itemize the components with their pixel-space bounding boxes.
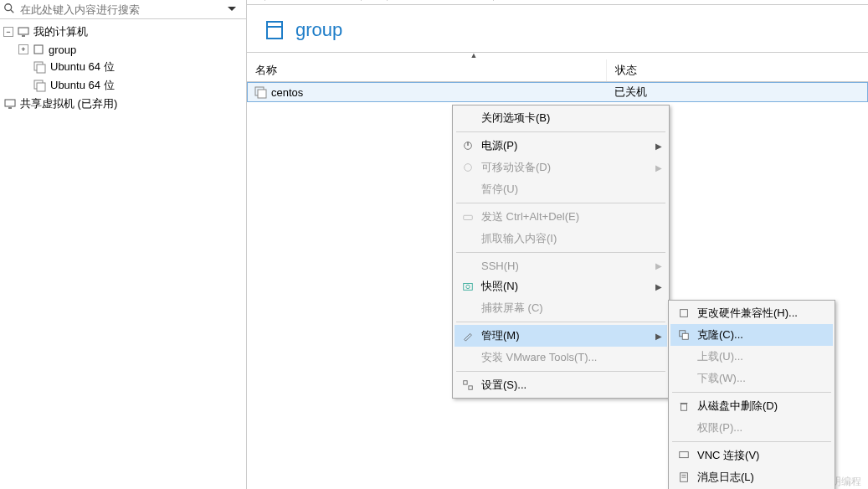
menu-separator (672, 441, 831, 442)
submenu-arrow-icon: ▶ (655, 261, 662, 270)
svg-point-25 (465, 164, 472, 172)
hardware-icon (675, 306, 692, 320)
svg-rect-6 (37, 64, 45, 73)
menu-item[interactable]: 设置(S)... (455, 374, 667, 396)
blank-icon (460, 301, 476, 315)
blank-icon (460, 183, 476, 196)
menu-label: 消息日志(L) (697, 470, 828, 485)
expand-icon[interactable]: + (18, 44, 28, 54)
svg-rect-31 (681, 310, 688, 317)
computer-icon (17, 25, 30, 39)
menu-item: 安装 VMware Tools(T)... (455, 347, 667, 368)
svg-rect-29 (464, 381, 467, 384)
svg-rect-22 (258, 90, 266, 98)
menu-label: 权限(P)... (697, 420, 828, 435)
svg-rect-4 (34, 45, 43, 54)
svg-rect-8 (37, 83, 45, 91)
svg-rect-19 (267, 22, 282, 39)
shared-icon (3, 97, 17, 111)
menu-item[interactable]: 克隆(C)... (670, 324, 833, 346)
search-icon (3, 3, 17, 16)
menu-item[interactable]: 更改硬件兼容性(H)... (670, 302, 833, 324)
menu-item: 下载(W)... (670, 368, 833, 389)
menu-label: 发送 Ctrl+Alt+Del(E) (481, 209, 662, 224)
context-menu: 关闭选项卡(B)电源(P)▶可移动设备(D)▶暂停(U)发送 Ctrl+Alt+… (452, 105, 670, 399)
collapse-icon[interactable]: − (3, 27, 13, 37)
blank-icon (460, 111, 476, 125)
tab-我的计算机[interactable]: 我的计算机✕ (265, 0, 362, 1)
menu-label: SSH(H) (481, 260, 655, 272)
svg-rect-33 (682, 333, 688, 339)
tree-vm-ubuntu-2[interactable]: Ubuntu 64 位 (0, 76, 246, 95)
menu-label: 快照(N) (481, 279, 655, 294)
blank-icon (460, 232, 476, 245)
menu-label: 管理(M) (481, 328, 655, 343)
snapshot-icon (460, 280, 476, 293)
search-dropdown-button[interactable] (228, 2, 243, 17)
menu-item[interactable]: 电源(P)▶ (455, 135, 667, 157)
tree-vm-ubuntu-1[interactable]: Ubuntu 64 位 (0, 58, 246, 76)
blank-icon (460, 259, 476, 272)
power-icon (460, 139, 476, 152)
menu-separator (672, 392, 831, 393)
menu-item[interactable]: 管理(M)▶ (455, 325, 667, 347)
vm-list-row[interactable]: centos 已关机 (247, 82, 868, 102)
menu-separator (456, 203, 665, 203)
menu-item[interactable]: 关闭选项卡(B) (455, 107, 667, 129)
svg-rect-26 (464, 215, 473, 219)
svg-rect-30 (469, 386, 472, 389)
menu-item[interactable]: 消息日志(L) (670, 466, 833, 488)
tab-Ubuntu 64 位[interactable]: Ubuntu 64 位✕ (387, 0, 494, 1)
search-input[interactable] (20, 3, 228, 16)
blank-icon (460, 351, 476, 364)
device-icon (460, 161, 476, 174)
menu-label: VNC 连接(V) (697, 448, 828, 463)
menu-item: 暂停(U) (455, 178, 667, 200)
page-title: group (295, 19, 342, 41)
menu-label: 安装 VMware Tools(T)... (481, 350, 662, 365)
menu-label: 可移动设备(D) (481, 160, 655, 175)
menu-separator (456, 252, 665, 253)
menu-item[interactable]: 快照(N)▶ (455, 275, 667, 297)
submenu-manage: 更改硬件兼容性(H)...克隆(C)...上载(U)...下载(W)...从磁盘… (668, 300, 835, 489)
log-icon (675, 471, 692, 484)
tree-shared-vms[interactable]: 共享虚拟机 (已弃用) (0, 95, 246, 113)
menu-label: 捕获屏幕 (C) (481, 301, 662, 316)
col-header-name[interactable]: 名称 (247, 59, 607, 81)
menu-label: 上载(U)... (697, 349, 828, 364)
svg-rect-34 (681, 404, 687, 410)
blank-icon (675, 350, 692, 363)
menu-label: 关闭选项卡(B) (481, 111, 662, 126)
delete-icon (675, 399, 692, 413)
manage-icon (460, 329, 476, 342)
vm-tree: − 我的计算机 + group Ubuntu 64 位 (0, 19, 246, 116)
menu-item: 权限(P)... (670, 417, 833, 439)
menu-label: 暂停(U) (481, 182, 662, 197)
menu-separator (456, 131, 665, 132)
tree-group[interactable]: + group (0, 41, 246, 58)
tree-root-my-computer[interactable]: − 我的计算机 (0, 23, 246, 41)
svg-rect-2 (18, 28, 28, 34)
menu-label: 更改硬件兼容性(H)... (697, 306, 828, 321)
vm-icon (33, 79, 47, 92)
submenu-arrow-icon: ▶ (655, 142, 662, 151)
menu-item[interactable]: VNC 连接(V) (670, 445, 833, 466)
submenu-arrow-icon: ▶ (655, 282, 662, 291)
tree-label: Ubuntu 64 位 (50, 78, 115, 93)
menu-label: 从磁盘中删除(D) (697, 399, 828, 414)
menu-label: 设置(S)... (481, 378, 662, 393)
menu-item[interactable]: 从磁盘中删除(D) (670, 395, 833, 417)
menu-item: 上载(U)... (670, 346, 833, 368)
title-area: group (247, 5, 868, 52)
submenu-arrow-icon: ▶ (655, 332, 662, 341)
folder-icon (32, 43, 45, 56)
blank-icon (675, 372, 692, 385)
menu-item: 发送 Ctrl+Alt+Del(E) (455, 206, 667, 228)
send-icon (460, 210, 476, 224)
svg-rect-9 (5, 100, 15, 106)
vm-icon (254, 85, 268, 99)
menu-label: 克隆(C)... (697, 327, 828, 342)
sidebar: − 我的计算机 + group Ubuntu 64 位 (0, 0, 247, 489)
col-header-state[interactable]: 状态 (607, 59, 758, 81)
vm-name: centos (271, 86, 303, 99)
